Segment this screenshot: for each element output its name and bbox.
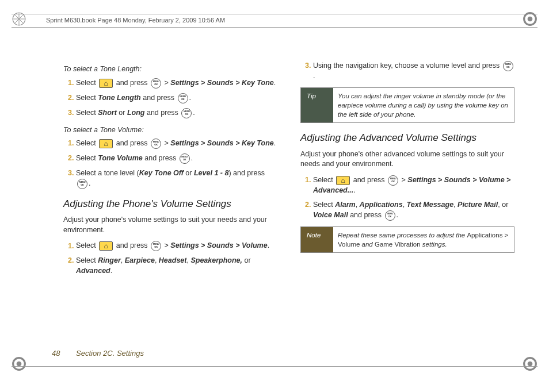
menu-ok-icon	[77, 179, 87, 189]
list-item: Select and press > Settings > Sounds > K…	[76, 78, 277, 89]
note-label: Note	[301, 227, 333, 252]
page-number: 48	[52, 349, 60, 358]
list-item: Select Tone Volume and press .	[76, 153, 277, 164]
list-item: Select Short or Long and press .	[76, 108, 277, 118]
right-column: Using the navigation key, choose a volum…	[300, 57, 514, 282]
left-column: To select a Tone Length: Select and pres…	[63, 57, 277, 282]
menu-ok-icon	[151, 78, 161, 89]
section-title: Adjusting the Phone's Volume Settings	[63, 197, 277, 211]
section-title: Adjusting the Advanced Volume Settings	[300, 131, 514, 145]
page-footer: 48 Section 2C. Settings	[52, 348, 144, 359]
paragraph: Adjust your phone's volume settings to s…	[63, 215, 277, 235]
menu-ok-icon	[178, 93, 188, 103]
menu-ok-icon	[180, 153, 190, 164]
list-item: Select and press > Settings > Sounds > V…	[313, 175, 514, 196]
home-icon	[336, 176, 350, 185]
tip-body: You can adjust the ringer volume in stan…	[333, 88, 514, 122]
document-header: Sprint M630.book Page 48 Monday, Februar…	[12, 14, 537, 28]
menu-ok-icon	[385, 210, 395, 221]
footer-rule	[12, 366, 537, 367]
menu-ok-icon	[181, 108, 192, 118]
note-callout: Note Repeat these same processes to adju…	[300, 226, 514, 253]
home-icon	[99, 139, 113, 148]
menu-ok-icon	[151, 241, 161, 251]
home-icon	[99, 79, 113, 88]
note-body: Repeat these same processes to adjust th…	[333, 227, 514, 252]
tip-label: Tip	[301, 88, 333, 122]
list-item: Select Tone Length and press .	[76, 93, 277, 103]
list-item: Select Ringer, Earpiece, Headset, Speake…	[76, 256, 277, 276]
header-text: Sprint M630.book Page 48 Monday, Februar…	[46, 16, 225, 25]
section-label: Section 2C. Settings	[76, 349, 144, 358]
menu-ok-icon	[151, 139, 161, 149]
list-item: Using the navigation key, choose a volum…	[313, 61, 514, 82]
tip-callout: Tip You can adjust the ringer volume in …	[300, 87, 514, 123]
paragraph: Adjust your phone's other advanced volum…	[300, 149, 514, 170]
list-item: Select a tone level (Key Tone Off or Lev…	[76, 168, 277, 189]
draft-corner-icon	[523, 356, 537, 371]
list-item: Select Alarm, Applications, Text Message…	[313, 200, 514, 221]
menu-ok-icon	[388, 175, 398, 186]
subheading: To select a Tone Volume:	[63, 125, 277, 136]
draft-corner-icon	[12, 356, 26, 371]
menu-ok-icon	[503, 61, 513, 71]
list-item: Select and press > Settings > Sounds > V…	[76, 241, 277, 251]
home-icon	[99, 241, 113, 251]
subheading: To select a Tone Length:	[63, 64, 277, 75]
list-item: Select and press > Settings > Sounds > K…	[76, 139, 277, 149]
